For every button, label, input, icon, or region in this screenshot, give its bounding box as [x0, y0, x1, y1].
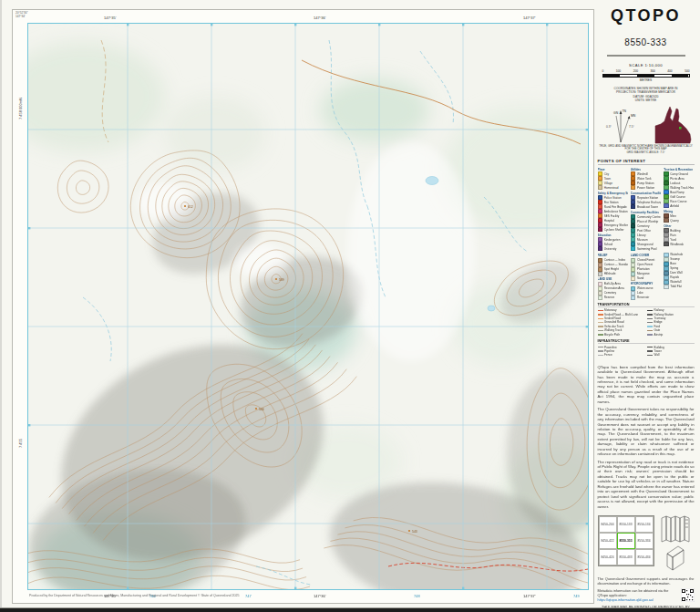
scale-tick: 200: [633, 69, 638, 73]
adjoining-map-cell: 8550-433: [617, 549, 635, 565]
scale-tick: 100: [616, 69, 621, 73]
declination-notes: TRUE, GRID AND MAGNETIC NORTH ARE SHOWN …: [599, 145, 694, 155]
scale-bar: 0 100 200 300 400 500 METRES: [602, 69, 690, 82]
adjoining-maps-index: 8450-244 8550-133 8550-134 8450-422 8550…: [598, 515, 654, 566]
legend-line-swatch: [598, 322, 603, 323]
legend-item: Fence: [598, 353, 645, 357]
legend-swatch: [631, 296, 636, 300]
legend-swatch: [598, 246, 603, 251]
magnetic-north-label: MN: [631, 114, 636, 118]
qtopo-link[interactable]: https://qtopo.information.qld.gov.au/: [598, 597, 676, 602]
legend-item: Bicycle Path: [598, 333, 645, 337]
map-location-dot: [679, 127, 682, 130]
legend-item: Swimming Pool: [631, 246, 661, 251]
legend-column: UtilitiesWindmillWater TankPump StationP…: [631, 166, 661, 251]
legend-line-swatch: [598, 326, 603, 327]
map-number: 8550-333: [624, 37, 666, 47]
legend-item: Tidal Flat: [664, 285, 694, 289]
legend-item: Windbreak: [664, 242, 694, 246]
scale-units: METRES: [602, 78, 690, 82]
legend-column: Tourism & RecreationCamp GroundPicnic Ar…: [664, 166, 694, 251]
legend-line-swatch: [598, 355, 603, 356]
legend-line-swatch: [598, 314, 603, 315]
legend-line-swatch: [598, 334, 603, 335]
scale-tick: 300: [650, 69, 654, 73]
legend-column: RELIEFContour — IndexContour — StandardS…: [598, 253, 628, 300]
legend-line-swatch: [647, 318, 653, 319]
scale-tick: 500: [685, 69, 689, 73]
current-map-cell: 8550-333: [617, 533, 635, 549]
legend-item: Airfield: [664, 203, 694, 208]
spot-height-label: 612: [188, 205, 193, 209]
queensland-locator-map: [650, 106, 694, 144]
left-northing-label: 7 455: [18, 439, 23, 448]
adjoining-map-cell: 8550-134: [635, 516, 654, 533]
legend-line-swatch: [598, 347, 603, 347]
legend-column: RailwayRailway StationTramwayBridgeFordG…: [647, 308, 695, 337]
legend-line-swatch: [647, 330, 653, 331]
legend-line-swatch: [647, 334, 653, 335]
north-declination-diagram: GN TN MN 0.3° 7.5°: [599, 106, 646, 144]
legend: POINTS OF INTEREST PlaceCityTownVillageH…: [598, 159, 695, 358]
grid-magnetic-angle: 7.5°: [629, 125, 634, 129]
legend-swatch: [631, 185, 636, 190]
corner-coordinates: 20°52'30" 147°34': [15, 12, 28, 19]
spot-height-label: 566: [259, 408, 264, 411]
legend-item: Reserve: [598, 296, 628, 300]
legend-swatch: [598, 296, 603, 300]
legend-swatch: [598, 227, 603, 232]
legend-item: Quarry: [664, 218, 694, 223]
transportation-heading: TRANSPORTATION: [598, 303, 695, 307]
legend-item: Sand: [631, 276, 661, 281]
legend-line-swatch: [647, 322, 653, 323]
adjoining-map-cell: 8550-334: [635, 533, 654, 549]
legend-line-swatch: [647, 314, 653, 315]
page-bottom-edge: [0, 608, 700, 612]
spot-height-label: 589: [279, 278, 284, 282]
scale-bar-segments: [602, 74, 690, 78]
corner-lon: 147°34': [15, 16, 28, 19]
dissemination-note: The Queensland Government supports and e…: [598, 576, 695, 586]
adjoining-map-cell: 8450-244: [599, 516, 617, 533]
disclaimer-text: QTopo has been compiled from the best in…: [598, 365, 695, 512]
spot-height-label: 543: [412, 530, 417, 534]
legend-item: Cyclone Shelter: [598, 227, 628, 232]
legend-title: POINTS OF INTEREST: [598, 159, 695, 165]
legend-item: Airstrip: [647, 333, 695, 337]
folded-map-diagram: [664, 545, 687, 572]
legend-item: Wall: [647, 353, 695, 357]
legend-column: PlaceCityTownVillageHomesteadSafety & Em…: [598, 166, 628, 251]
top-longitude-label: 147°35': [104, 16, 117, 20]
legend-column: LAND COVERClosed ForestOpen ForestPlanta…: [631, 253, 661, 300]
photo-field: [608, 55, 685, 56]
adjoining-map-cell: 8550-434: [635, 549, 654, 565]
legend-swatch: [664, 242, 669, 246]
cover-photo: [607, 55, 685, 57]
legend-swatch: [664, 218, 669, 223]
map-sheet: 20°52'30" 147°34' 147°35' 147°36' 147°37…: [12, 9, 594, 604]
legend-line-swatch: [598, 350, 603, 351]
legend-swatch: [631, 246, 636, 251]
legend-item: Power Station: [631, 185, 661, 190]
scale-caption: SCALE 1:10,000: [629, 63, 663, 67]
series-title: QTOPO: [611, 6, 681, 26]
legend-item: Broadcast Tower: [631, 204, 661, 209]
legend-line-swatch: [647, 310, 653, 311]
legend-column: BuildingTowerWall: [647, 346, 695, 358]
legend-line-swatch: [647, 350, 653, 351]
scale-tick: 400: [667, 69, 672, 73]
grid-true-angle: 0.3°: [606, 125, 612, 129]
adjoining-map-cell: 8550-133: [617, 516, 635, 533]
legend-swatch: [598, 272, 603, 276]
legend-item: Hillshade: [598, 272, 628, 276]
marginalia-panel: QTOPO 8550-333 SCALE 1:10,000 0 100 200 …: [594, 0, 697, 608]
adjoining-map-cell: 8450-422: [599, 533, 617, 549]
scale-tick: 0: [602, 69, 604, 73]
legend-swatch: [664, 203, 669, 208]
top-longitude-label: 147°37': [523, 16, 536, 20]
true-north-label: TN: [622, 109, 626, 112]
legend-swatch: [631, 276, 636, 281]
legend-column: MotorwaySealed Road — Multi LaneSealed R…: [598, 308, 645, 337]
legend-line-swatch: [647, 326, 653, 327]
legend-column: WaterholeSwampBoreSpringDam WallRapidsWa…: [664, 253, 694, 300]
